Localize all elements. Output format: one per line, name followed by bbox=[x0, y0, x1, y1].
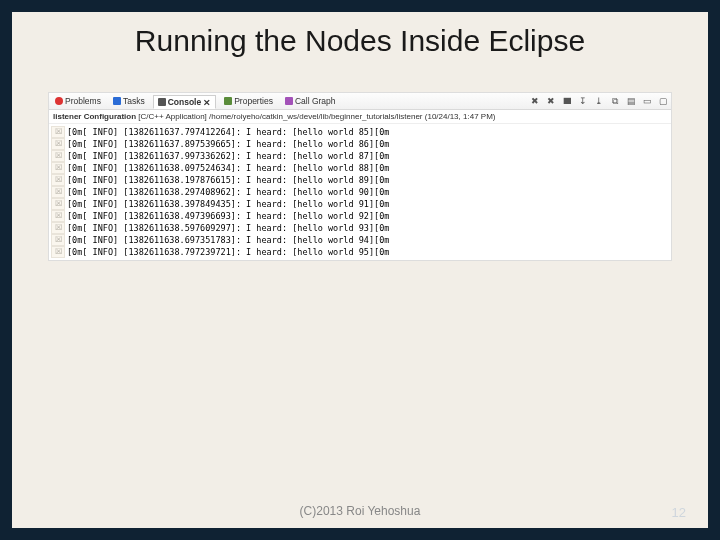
toolbar-pin-icon[interactable]: ⤓ bbox=[593, 95, 605, 107]
toolbar-maximize-icon[interactable]: ▢ bbox=[657, 95, 669, 107]
tab-label: Problems bbox=[65, 96, 101, 106]
launch-kind: [C/C++ Application] bbox=[138, 112, 206, 121]
gutter-marker-icon: ☒ bbox=[51, 210, 65, 222]
gutter-marker-icon: ☒ bbox=[51, 138, 65, 150]
gutter-marker-icon: ☒ bbox=[51, 246, 65, 258]
tab-label: Properties bbox=[234, 96, 273, 106]
gutter-marker-icon: ☒ bbox=[51, 174, 65, 186]
console-text: [0m[ INFO] [1382611638.397849435]: I hea… bbox=[67, 198, 389, 210]
task-icon bbox=[113, 97, 121, 105]
console-icon bbox=[158, 98, 166, 106]
toolbar-terminate-icon[interactable]: ✖ bbox=[529, 95, 541, 107]
console-line: ☒[0m[ INFO] [1382611638.797239721]: I he… bbox=[51, 246, 669, 258]
console-text: [0m[ INFO] [1382611638.497396693]: I hea… bbox=[67, 210, 389, 222]
gutter-marker-icon: ☒ bbox=[51, 198, 65, 210]
console-line: ☒[0m[ INFO] [1382611638.297408962]: I he… bbox=[51, 186, 669, 198]
gutter-marker-icon: ☒ bbox=[51, 126, 65, 138]
console-text: [0m[ INFO] [1382611638.197876615]: I hea… bbox=[67, 174, 389, 186]
console-line: ☒[0m[ INFO] [1382611638.697351783]: I he… bbox=[51, 234, 669, 246]
tab-problems[interactable]: Problems bbox=[51, 95, 105, 107]
gutter-marker-icon: ☒ bbox=[51, 162, 65, 174]
console-output: ☒[0m[ INFO] [1382611637.797412264]: I he… bbox=[49, 124, 671, 260]
console-text: [0m[ INFO] [1382611638.297408962]: I hea… bbox=[67, 186, 389, 198]
console-text: [0m[ INFO] [1382611637.997336262]: I hea… bbox=[67, 150, 389, 162]
launch-config-name: listener Configuration bbox=[53, 112, 136, 121]
console-line: ☒[0m[ INFO] [1382611638.497396693]: I he… bbox=[51, 210, 669, 222]
slide-footer: (C)2013 Roi Yehoshua bbox=[12, 504, 708, 518]
toolbar-scroll-lock-icon[interactable]: ↧ bbox=[577, 95, 589, 107]
gutter-marker-icon: ☒ bbox=[51, 150, 65, 162]
tab-label: Call Graph bbox=[295, 96, 336, 106]
console-line: ☒[0m[ INFO] [1382611637.897539665]: I he… bbox=[51, 138, 669, 150]
tab-tasks[interactable]: Tasks bbox=[109, 95, 149, 107]
toolbar-remove-all-icon[interactable]: ⯀ bbox=[561, 95, 573, 107]
toolbar-open-console-icon[interactable]: ▤ bbox=[625, 95, 637, 107]
console-line: ☒[0m[ INFO] [1382611637.797412264]: I he… bbox=[51, 126, 669, 138]
toolbar-display-icon[interactable]: ⧉ bbox=[609, 95, 621, 107]
eclipse-panel: Problems Tasks Console ⨯ Properties Call… bbox=[48, 92, 672, 261]
view-tab-bar: Problems Tasks Console ⨯ Properties Call… bbox=[49, 93, 671, 110]
tab-console[interactable]: Console ⨯ bbox=[153, 95, 217, 109]
page-title: Running the Nodes Inside Eclipse bbox=[12, 24, 708, 58]
callgraph-icon bbox=[285, 97, 293, 105]
page-number: 12 bbox=[672, 505, 686, 520]
tab-properties[interactable]: Properties bbox=[220, 95, 277, 107]
console-text: [0m[ INFO] [1382611638.697351783]: I hea… bbox=[67, 234, 389, 246]
launch-description: listener Configuration [C/C++ Applicatio… bbox=[49, 110, 671, 124]
console-text: [0m[ INFO] [1382611637.897539665]: I hea… bbox=[67, 138, 389, 150]
tab-label: Console bbox=[168, 97, 202, 107]
console-line: ☒[0m[ INFO] [1382611638.197876615]: I he… bbox=[51, 174, 669, 186]
gutter-marker-icon: ☒ bbox=[51, 222, 65, 234]
console-line: ☒[0m[ INFO] [1382611638.397849435]: I he… bbox=[51, 198, 669, 210]
gutter-marker-icon: ☒ bbox=[51, 234, 65, 246]
gutter-marker-icon: ☒ bbox=[51, 186, 65, 198]
launch-time: (10/24/13, 1:47 PM) bbox=[425, 112, 496, 121]
toolbar-minimize-icon[interactable]: ▭ bbox=[641, 95, 653, 107]
launch-path: /home/roiyeho/catkin_ws/devel/lib/beginn… bbox=[209, 112, 422, 121]
toolbar-remove-launch-icon[interactable]: ✖ bbox=[545, 95, 557, 107]
tab-callgraph[interactable]: Call Graph bbox=[281, 95, 340, 107]
properties-icon bbox=[224, 97, 232, 105]
console-line: ☒[0m[ INFO] [1382611638.097524634]: I he… bbox=[51, 162, 669, 174]
console-line: ☒[0m[ INFO] [1382611637.997336262]: I he… bbox=[51, 150, 669, 162]
error-icon bbox=[55, 97, 63, 105]
console-text: [0m[ INFO] [1382611638.797239721]: I hea… bbox=[67, 246, 389, 258]
tab-index: ⨯ bbox=[203, 97, 211, 107]
tab-label: Tasks bbox=[123, 96, 145, 106]
console-text: [0m[ INFO] [1382611637.797412264]: I hea… bbox=[67, 126, 389, 138]
console-line: ☒[0m[ INFO] [1382611638.597609297]: I he… bbox=[51, 222, 669, 234]
console-text: [0m[ INFO] [1382611638.597609297]: I hea… bbox=[67, 222, 389, 234]
console-text: [0m[ INFO] [1382611638.097524634]: I hea… bbox=[67, 162, 389, 174]
